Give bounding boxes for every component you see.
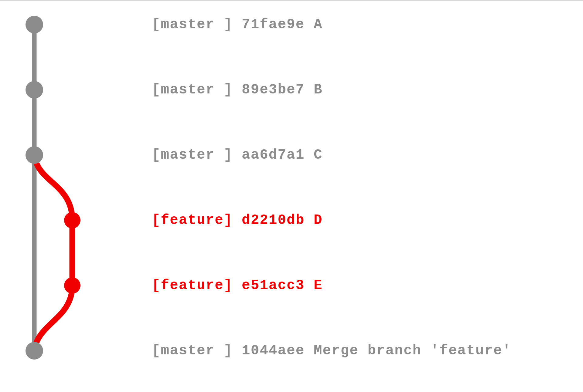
git-graph-svg [0, 0, 583, 392]
branch-tag: [master ] [152, 147, 242, 163]
commit-label-m: [master ] 1044aee Merge branch 'feature' [152, 343, 511, 359]
commit-message: B [314, 82, 323, 98]
branch-tag: [master ] [152, 82, 242, 98]
git-graph-diagram: [master ] 71fae9e A[master ] 89e3be7 B[m… [0, 0, 583, 392]
commit-hash: 71fae9e [242, 17, 305, 32]
commit-label-c: [master ] aa6d7a1 C [152, 147, 323, 163]
commit-node-d [64, 212, 80, 228]
commit-node-a [26, 16, 43, 33]
branch-tag: [master ] [152, 343, 242, 359]
commit-label-d: [feature] d2210db D [152, 212, 323, 228]
commit-hash: 89e3be7 [242, 82, 305, 98]
commit-label-a: [master ] 71fae9e A [152, 17, 323, 32]
commit-message: E [314, 278, 323, 293]
commit-message: Merge branch 'feature' [314, 343, 511, 359]
commit-node-e [64, 277, 80, 294]
commit-hash: d2210db [242, 212, 305, 228]
commit-message: C [314, 147, 323, 163]
branch-tag: [feature] [152, 212, 242, 228]
commit-node-b [26, 81, 43, 99]
branch-tag: [master ] [152, 17, 242, 32]
commit-hash: 1044aee [242, 343, 305, 359]
commit-node-c [26, 146, 43, 164]
commit-hash: aa6d7a1 [242, 147, 305, 163]
commit-message: D [314, 212, 323, 228]
branch-tag: [feature] [152, 278, 242, 293]
commit-node-m [26, 342, 43, 360]
feature-branch-path [34, 155, 72, 351]
commit-label-b: [master ] 89e3be7 B [152, 82, 323, 98]
commit-hash: e51acc3 [242, 278, 305, 293]
commit-message: A [314, 17, 323, 32]
commit-label-e: [feature] e51acc3 E [152, 278, 323, 293]
